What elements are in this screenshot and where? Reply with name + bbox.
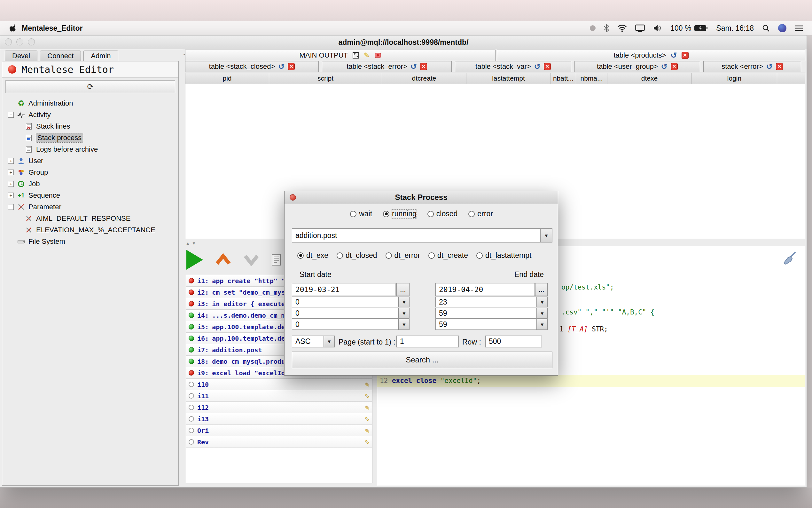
- edit-script-icon[interactable]: ✎: [365, 403, 370, 412]
- start-hour-combo[interactable]: 0: [292, 297, 399, 307]
- tab-admin[interactable]: Admin: [84, 50, 118, 61]
- wifi-icon[interactable]: [617, 24, 627, 32]
- bluetooth-icon[interactable]: [604, 24, 609, 32]
- end-date-browse-button[interactable]: ...: [535, 283, 547, 296]
- status-dot-icon[interactable]: [590, 25, 595, 31]
- radio-dt-create[interactable]: dt_create: [428, 251, 468, 260]
- splitter-down-icon[interactable]: ▼: [192, 241, 196, 246]
- radio-dt-error[interactable]: dt_error: [386, 251, 420, 260]
- end-minute-combo[interactable]: 59: [435, 308, 537, 319]
- script-combo[interactable]: addition.post: [292, 228, 540, 243]
- radio-dt-exe[interactable]: dt_exe: [297, 251, 328, 260]
- spotlight-search-icon[interactable]: [762, 24, 770, 32]
- edit-script-icon[interactable]: ✎: [365, 391, 370, 400]
- tab-table-stack-closed[interactable]: table <stack_closed> ↺ ✕: [185, 61, 319, 72]
- new-script-button[interactable]: [272, 254, 281, 266]
- collapse-toggle[interactable]: −: [8, 204, 14, 210]
- refresh-tab-icon[interactable]: ↺: [534, 62, 540, 71]
- refresh-tab-icon[interactable]: ↺: [278, 62, 285, 71]
- end-second-combo[interactable]: 59: [435, 319, 537, 330]
- start-date-field[interactable]: 2019-03-21: [292, 283, 395, 296]
- radio-dt-lastattempt[interactable]: dt_lastattempt: [476, 251, 531, 260]
- start-minute-combo-arrow[interactable]: ▼: [399, 308, 410, 319]
- end-hour-combo[interactable]: 23: [435, 297, 537, 307]
- column-header-dtcreate[interactable]: dtcreate: [382, 73, 466, 84]
- expand-toggle[interactable]: +: [8, 193, 14, 198]
- move-down-button[interactable]: [243, 253, 259, 266]
- sidebar-item-job[interactable]: + Job: [2, 178, 178, 190]
- radio-dt-closed[interactable]: dt_closed: [337, 251, 377, 260]
- refresh-tab-icon[interactable]: ↺: [411, 62, 417, 71]
- script-item-i12[interactable]: i12 ✎: [186, 402, 372, 413]
- radio-closed[interactable]: closed: [427, 210, 458, 218]
- sidebar-item-sequence[interactable]: + +1 Sequence: [2, 190, 178, 201]
- row-input[interactable]: 500: [485, 336, 542, 347]
- end-minute-combo-arrow[interactable]: ▼: [537, 308, 547, 319]
- collapse-toggle[interactable]: −: [8, 112, 14, 118]
- window-titlebar[interactable]: admin@mql://localhost:9998/mentdb/: [0, 36, 807, 49]
- close-tab-icon[interactable]: ✕: [776, 63, 783, 70]
- display-mirroring-icon[interactable]: [635, 24, 645, 32]
- refresh-tab-icon[interactable]: ↺: [670, 51, 677, 60]
- menubar-app-name[interactable]: Mentalese_Editor: [22, 24, 83, 33]
- column-header-script[interactable]: script: [269, 73, 382, 84]
- script-combo-arrow[interactable]: ▼: [540, 228, 553, 243]
- sidebar-item-logs-before-archive[interactable]: Logs before archive: [2, 144, 178, 155]
- tab-table-stack-error[interactable]: table <stack_error> ↺ ✕: [322, 61, 452, 72]
- sidebar-item-elevation-max-acceptance[interactable]: ELEVATION_MAX_%_ACCEPTANCE: [2, 224, 178, 236]
- script-item-ori[interactable]: Ori ✎: [186, 425, 372, 436]
- edit-script-icon[interactable]: ✎: [365, 415, 370, 424]
- clean-editor-icon[interactable]: [781, 251, 797, 266]
- radio-error[interactable]: error: [468, 210, 493, 218]
- column-header-pid[interactable]: pid: [185, 73, 269, 84]
- script-item-i11[interactable]: i11 ✎: [186, 390, 372, 402]
- close-tab-icon[interactable]: ✕: [420, 63, 427, 70]
- refresh-tab-icon[interactable]: ↺: [766, 62, 773, 71]
- menubar-clock[interactable]: Sam. 16:18: [716, 24, 754, 33]
- close-tab-icon[interactable]: ✕: [681, 52, 688, 59]
- column-header-lastattempt[interactable]: lastattempt: [466, 73, 551, 84]
- start-second-combo-arrow[interactable]: ▼: [399, 319, 410, 330]
- sort-combo-arrow[interactable]: ▼: [324, 336, 335, 347]
- minimize-window-button[interactable]: [16, 38, 23, 45]
- start-minute-combo[interactable]: 0: [292, 308, 399, 319]
- tab-table-products[interactable]: table <products> ↺ ✕: [497, 50, 805, 61]
- tab-devel[interactable]: Devel: [5, 50, 37, 61]
- close-tab-icon[interactable]: ✕: [671, 63, 678, 70]
- sidebar-item-aiml-default-response[interactable]: AIML_DEFAULT_RESPONSE: [2, 213, 178, 224]
- sidebar-item-file-system[interactable]: File System: [2, 236, 178, 247]
- zoom-window-button[interactable]: [28, 38, 35, 45]
- end-second-combo-arrow[interactable]: ▼: [537, 319, 547, 330]
- column-header-nbma[interactable]: nbma...: [576, 73, 607, 84]
- end-hour-combo-arrow[interactable]: ▼: [537, 297, 547, 307]
- close-tab-icon[interactable]: ✕: [288, 63, 295, 70]
- move-up-button[interactable]: [215, 253, 231, 266]
- tab-stack-error[interactable]: stack <error> ↺ ✕: [703, 61, 801, 72]
- close-window-button[interactable]: [5, 38, 12, 45]
- search-button[interactable]: Search ...: [292, 351, 553, 368]
- user-avatar[interactable]: [778, 24, 786, 32]
- refresh-tab-icon[interactable]: ↺: [661, 62, 668, 71]
- close-tab-icon[interactable]: ✕: [544, 63, 551, 70]
- tab-table-stack-var[interactable]: table <stack_var> ↺ ✕: [455, 61, 571, 72]
- close-dialog-button[interactable]: [290, 194, 296, 201]
- page-input[interactable]: 1: [396, 336, 459, 347]
- script-item-i10[interactable]: i10 ✎: [186, 379, 372, 390]
- column-header-nbatt[interactable]: nbatt...: [551, 73, 576, 84]
- volume-icon[interactable]: [653, 24, 662, 32]
- end-date-field[interactable]: 2019-04-20: [435, 283, 535, 296]
- run-button[interactable]: [186, 250, 203, 270]
- apple-menu-icon[interactable]: [10, 24, 17, 32]
- dialog-titlebar[interactable]: Stack Process: [285, 191, 558, 204]
- splitter-up-icon[interactable]: ▲: [186, 241, 190, 246]
- expand-toggle[interactable]: +: [8, 170, 14, 175]
- battery-icon[interactable]: [695, 25, 708, 32]
- control-center-icon[interactable]: [795, 25, 803, 31]
- tab-connect[interactable]: Connect: [40, 50, 81, 61]
- sidebar-item-stack-process[interactable]: Stack process: [2, 132, 178, 144]
- start-date-browse-button[interactable]: ...: [396, 283, 410, 296]
- sidebar-item-group[interactable]: + Group: [2, 167, 178, 178]
- radio-wait[interactable]: wait: [350, 210, 372, 218]
- edit-script-icon[interactable]: ✎: [365, 438, 370, 447]
- start-second-combo[interactable]: 0: [292, 319, 399, 330]
